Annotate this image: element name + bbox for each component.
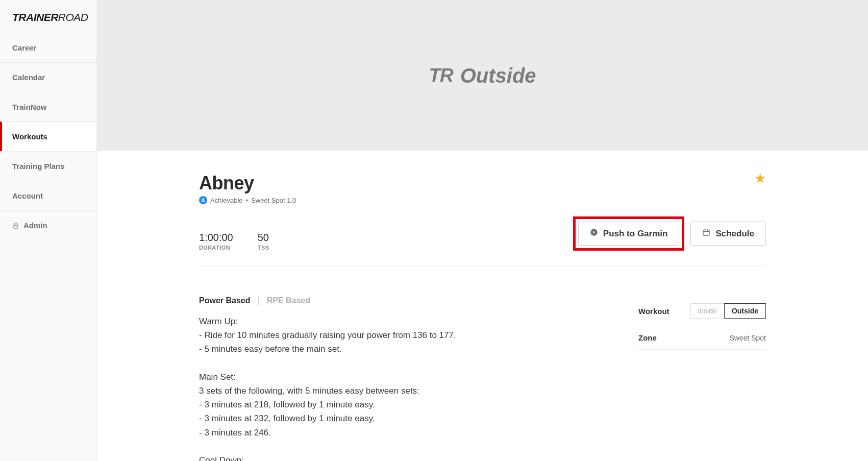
schedule-label: Schedule — [715, 229, 754, 239]
workout-meta: A Achievable • Sweet Spot 1.0 — [199, 196, 754, 204]
sidebar-item-training-plans[interactable]: Training Plans — [0, 151, 96, 181]
stats-group: 1:00:00 Duration 50 TSS — [199, 232, 269, 251]
svg-rect-0 — [14, 225, 18, 228]
hero-mark: TR — [429, 65, 453, 86]
push-to-garmin-button[interactable]: Push to Garmin — [578, 222, 680, 246]
sidebar-item-account[interactable]: Account — [0, 181, 96, 210]
actions-group: Push to Garmin Schedule — [573, 216, 766, 251]
body-columns: Power Based | RPE Based Warm Up: - Ride … — [199, 296, 766, 461]
favorite-star-icon[interactable]: ★ — [754, 171, 766, 186]
workout-toggle-group: Inside Outside — [690, 303, 766, 319]
stat-tss: 50 TSS — [258, 232, 269, 251]
title-block: Abney A Achievable • Sweet Spot 1.0 — [199, 173, 754, 204]
meta-separator: • — [246, 197, 249, 204]
sidebar-item-calendar[interactable]: Calendar — [0, 62, 96, 92]
left-column: Power Based | RPE Based Warm Up: - Ride … — [199, 296, 608, 461]
sidebar-item-workouts[interactable]: Workouts — [0, 122, 96, 151]
sidebar-item-career[interactable]: Career — [0, 33, 96, 62]
workout-name: Abney — [199, 173, 754, 194]
nav-label: Workouts — [12, 132, 47, 141]
stat-duration: 1:00:00 Duration — [199, 232, 233, 251]
duration-value: 1:00:00 — [199, 232, 233, 244]
duration-label: Duration — [199, 245, 233, 251]
hero-label: Outside — [460, 64, 536, 87]
workout-category: Sweet Spot 1.0 — [251, 197, 296, 204]
header-row: Abney A Achievable • Sweet Spot 1.0 ★ — [199, 173, 766, 204]
sidebar-item-trainnow[interactable]: TrainNow — [0, 92, 96, 122]
main-content: TR Outside Abney A Achievable • Sweet Sp… — [97, 0, 868, 461]
toggle-outside[interactable]: Outside — [724, 303, 766, 319]
tss-value: 50 — [258, 232, 269, 244]
stats-row: 1:00:00 Duration 50 TSS Pus — [199, 216, 766, 265]
brand-logo: TRAINERROAD — [0, 0, 96, 33]
content-area: Abney A Achievable • Sweet Spot 1.0 ★ 1:… — [97, 151, 868, 461]
sidebar-item-admin[interactable]: Admin — [0, 210, 96, 240]
filter-zone-label: Zone — [638, 333, 657, 342]
sidebar: TRAINERROAD Career Calendar TrainNow Wor… — [0, 0, 97, 461]
sidebar-nav: Career Calendar TrainNow Workouts Traini… — [0, 33, 96, 240]
hero-banner: TR Outside — [97, 0, 868, 151]
filter-zone: Zone Sweet Spot — [638, 326, 766, 350]
lock-icon — [12, 222, 19, 229]
nav-label: Calendar — [12, 73, 45, 82]
push-highlight: Push to Garmin — [573, 216, 685, 251]
nav-label: Training Plans — [12, 162, 65, 171]
tab-power-based[interactable]: Power Based — [199, 296, 250, 305]
brand-thin: ROAD — [58, 11, 88, 23]
svg-rect-2 — [703, 230, 709, 235]
nav-label: Account — [12, 191, 43, 200]
nav-label: Career — [12, 43, 37, 52]
calendar-icon — [702, 228, 710, 239]
toggle-inside[interactable]: Inside — [690, 303, 724, 319]
right-column: Workout Inside Outside Zone Sweet Spot — [638, 296, 766, 461]
filter-workout-label: Workout — [638, 307, 669, 316]
schedule-button[interactable]: Schedule — [690, 222, 766, 246]
filter-workout: Workout Inside Outside — [638, 296, 766, 326]
brand-bold: TRAINER — [12, 11, 58, 23]
nav-label: TrainNow — [12, 103, 47, 111]
difficulty-badge: A — [199, 196, 207, 204]
arrow-circle-icon — [590, 228, 598, 239]
nav-label: Admin — [23, 221, 47, 230]
tab-separator: | — [257, 296, 259, 305]
push-label: Push to Garmin — [603, 229, 668, 239]
difficulty-label: Achievable — [210, 197, 243, 204]
tab-rpe-based[interactable]: RPE Based — [267, 296, 310, 305]
zone-value: Sweet Spot — [729, 334, 766, 342]
tss-label: TSS — [258, 245, 269, 251]
workout-description: Warm Up: - Ride for 10 minutes gradually… — [199, 314, 608, 461]
description-tabs: Power Based | RPE Based — [199, 296, 608, 305]
